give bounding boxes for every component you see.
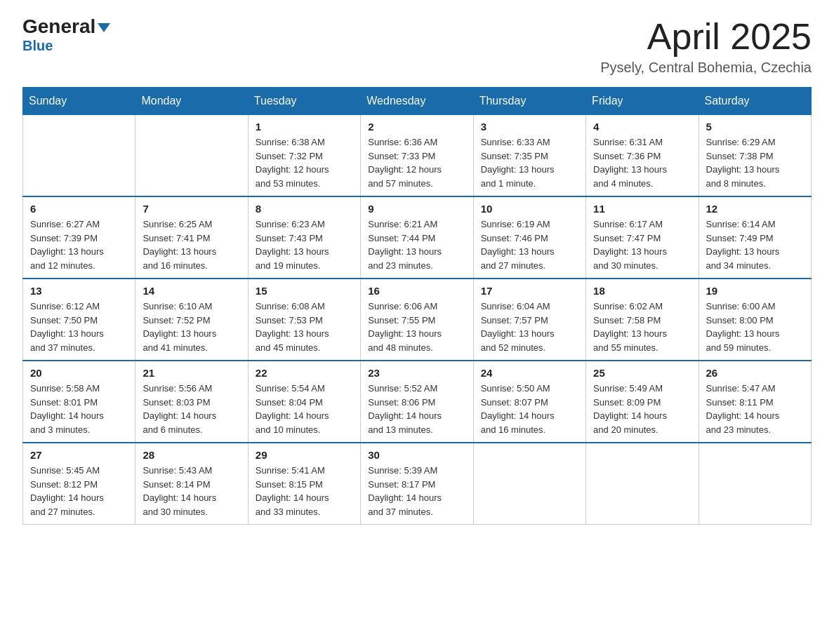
day-info: Sunrise: 5:54 AM Sunset: 8:04 PM Dayligh… <box>256 382 353 436</box>
table-row: 29Sunrise: 5:41 AM Sunset: 8:15 PM Dayli… <box>248 443 360 525</box>
day-number: 24 <box>481 367 578 379</box>
day-info: Sunrise: 6:02 AM Sunset: 7:58 PM Dayligh… <box>593 300 691 354</box>
day-info: Sunrise: 6:14 AM Sunset: 7:49 PM Dayligh… <box>706 217 804 272</box>
table-row <box>586 443 699 525</box>
table-row <box>23 115 135 197</box>
table-row: 23Sunrise: 5:52 AM Sunset: 8:06 PM Dayli… <box>361 361 473 443</box>
col-thursday: Thursday <box>473 88 585 115</box>
day-number: 4 <box>593 121 691 133</box>
table-row: 27Sunrise: 5:45 AM Sunset: 8:12 PM Dayli… <box>23 443 135 525</box>
col-tuesday: Tuesday <box>248 88 360 115</box>
table-row: 14Sunrise: 6:10 AM Sunset: 7:52 PM Dayli… <box>135 279 248 361</box>
col-friday: Friday <box>586 88 699 115</box>
month-year: April 2025 <box>600 17 812 57</box>
table-row: 11Sunrise: 6:17 AM Sunset: 7:47 PM Dayli… <box>586 196 699 279</box>
day-info: Sunrise: 5:58 AM Sunset: 8:01 PM Dayligh… <box>30 382 128 436</box>
table-row: 16Sunrise: 6:06 AM Sunset: 7:55 PM Dayli… <box>361 279 473 361</box>
day-number: 16 <box>368 285 465 297</box>
table-row: 17Sunrise: 6:04 AM Sunset: 7:57 PM Dayli… <box>473 279 585 361</box>
day-number: 5 <box>706 121 804 133</box>
table-row: 5Sunrise: 6:29 AM Sunset: 7:38 PM Daylig… <box>699 115 811 197</box>
day-info: Sunrise: 6:04 AM Sunset: 7:57 PM Dayligh… <box>481 300 578 354</box>
day-info: Sunrise: 6:27 AM Sunset: 7:39 PM Dayligh… <box>30 217 128 272</box>
logo-blue: Blue <box>22 38 53 54</box>
table-row: 7Sunrise: 6:25 AM Sunset: 7:41 PM Daylig… <box>135 196 248 279</box>
col-saturday: Saturday <box>699 88 811 115</box>
table-row: 8Sunrise: 6:23 AM Sunset: 7:43 PM Daylig… <box>248 196 360 279</box>
table-row: 10Sunrise: 6:19 AM Sunset: 7:46 PM Dayli… <box>473 196 585 279</box>
table-row: 1Sunrise: 6:38 AM Sunset: 7:32 PM Daylig… <box>248 115 360 197</box>
day-number: 30 <box>368 449 465 461</box>
day-info: Sunrise: 5:50 AM Sunset: 8:07 PM Dayligh… <box>481 382 578 436</box>
day-info: Sunrise: 5:49 AM Sunset: 8:09 PM Dayligh… <box>593 382 691 436</box>
day-info: Sunrise: 5:47 AM Sunset: 8:11 PM Dayligh… <box>706 382 804 436</box>
day-info: Sunrise: 6:12 AM Sunset: 7:50 PM Dayligh… <box>30 300 128 354</box>
day-info: Sunrise: 6:17 AM Sunset: 7:47 PM Dayligh… <box>593 217 691 272</box>
day-info: Sunrise: 6:33 AM Sunset: 7:35 PM Dayligh… <box>481 135 578 190</box>
table-row: 4Sunrise: 6:31 AM Sunset: 7:36 PM Daylig… <box>586 115 699 197</box>
col-monday: Monday <box>135 88 248 115</box>
day-info: Sunrise: 6:29 AM Sunset: 7:38 PM Dayligh… <box>706 135 804 190</box>
title-block: April 2025 Pysely, Central Bohemia, Czec… <box>600 17 812 76</box>
day-number: 10 <box>481 203 578 215</box>
day-number: 2 <box>368 121 465 133</box>
table-row: 6Sunrise: 6:27 AM Sunset: 7:39 PM Daylig… <box>23 196 135 279</box>
day-number: 13 <box>30 285 128 297</box>
logo: General Blue <box>22 17 110 54</box>
day-number: 14 <box>143 285 240 297</box>
day-number: 11 <box>593 203 691 215</box>
table-row: 30Sunrise: 5:39 AM Sunset: 8:17 PM Dayli… <box>361 443 473 525</box>
table-row: 28Sunrise: 5:43 AM Sunset: 8:14 PM Dayli… <box>135 443 248 525</box>
table-row: 13Sunrise: 6:12 AM Sunset: 7:50 PM Dayli… <box>23 279 135 361</box>
calendar-week-row: 1Sunrise: 6:38 AM Sunset: 7:32 PM Daylig… <box>23 115 812 197</box>
day-number: 20 <box>30 367 128 379</box>
day-number: 7 <box>143 203 240 215</box>
logo-general: General <box>22 17 110 36</box>
table-row: 24Sunrise: 5:50 AM Sunset: 8:07 PM Dayli… <box>473 361 585 443</box>
table-row: 20Sunrise: 5:58 AM Sunset: 8:01 PM Dayli… <box>23 361 135 443</box>
day-info: Sunrise: 5:39 AM Sunset: 8:17 PM Dayligh… <box>368 464 465 518</box>
calendar-table: Sunday Monday Tuesday Wednesday Thursday… <box>22 87 812 525</box>
day-info: Sunrise: 6:10 AM Sunset: 7:52 PM Dayligh… <box>143 300 240 354</box>
table-row <box>699 443 811 525</box>
day-number: 3 <box>481 121 578 133</box>
day-info: Sunrise: 5:45 AM Sunset: 8:12 PM Dayligh… <box>30 464 128 518</box>
day-info: Sunrise: 6:38 AM Sunset: 7:32 PM Dayligh… <box>256 135 353 190</box>
day-info: Sunrise: 6:23 AM Sunset: 7:43 PM Dayligh… <box>256 217 353 272</box>
day-info: Sunrise: 6:31 AM Sunset: 7:36 PM Dayligh… <box>593 135 691 190</box>
table-row: 25Sunrise: 5:49 AM Sunset: 8:09 PM Dayli… <box>586 361 699 443</box>
page-header: General Blue April 2025 Pysely, Central … <box>22 17 812 76</box>
day-number: 6 <box>30 203 128 215</box>
table-row <box>473 443 585 525</box>
calendar-week-row: 6Sunrise: 6:27 AM Sunset: 7:39 PM Daylig… <box>23 196 812 279</box>
day-number: 28 <box>143 449 240 461</box>
day-info: Sunrise: 6:00 AM Sunset: 8:00 PM Dayligh… <box>706 300 804 354</box>
day-number: 23 <box>368 367 465 379</box>
day-number: 19 <box>706 285 804 297</box>
table-row: 15Sunrise: 6:08 AM Sunset: 7:53 PM Dayli… <box>248 279 360 361</box>
day-info: Sunrise: 6:36 AM Sunset: 7:33 PM Dayligh… <box>368 135 465 190</box>
day-number: 21 <box>143 367 240 379</box>
day-number: 18 <box>593 285 691 297</box>
table-row: 21Sunrise: 5:56 AM Sunset: 8:03 PM Dayli… <box>135 361 248 443</box>
day-number: 26 <box>706 367 804 379</box>
table-row: 12Sunrise: 6:14 AM Sunset: 7:49 PM Dayli… <box>699 196 811 279</box>
calendar-week-row: 27Sunrise: 5:45 AM Sunset: 8:12 PM Dayli… <box>23 443 812 525</box>
table-row: 22Sunrise: 5:54 AM Sunset: 8:04 PM Dayli… <box>248 361 360 443</box>
col-wednesday: Wednesday <box>361 88 473 115</box>
calendar-week-row: 20Sunrise: 5:58 AM Sunset: 8:01 PM Dayli… <box>23 361 812 443</box>
day-number: 15 <box>256 285 353 297</box>
day-info: Sunrise: 6:25 AM Sunset: 7:41 PM Dayligh… <box>143 217 240 272</box>
day-number: 27 <box>30 449 128 461</box>
day-number: 12 <box>706 203 804 215</box>
table-row: 9Sunrise: 6:21 AM Sunset: 7:44 PM Daylig… <box>361 196 473 279</box>
calendar-week-row: 13Sunrise: 6:12 AM Sunset: 7:50 PM Dayli… <box>23 279 812 361</box>
day-number: 29 <box>256 449 353 461</box>
col-sunday: Sunday <box>23 88 135 115</box>
table-row: 26Sunrise: 5:47 AM Sunset: 8:11 PM Dayli… <box>699 361 811 443</box>
day-info: Sunrise: 5:43 AM Sunset: 8:14 PM Dayligh… <box>143 464 240 518</box>
day-info: Sunrise: 6:21 AM Sunset: 7:44 PM Dayligh… <box>368 217 465 272</box>
day-info: Sunrise: 5:41 AM Sunset: 8:15 PM Dayligh… <box>256 464 353 518</box>
day-number: 8 <box>256 203 353 215</box>
calendar-header-row: Sunday Monday Tuesday Wednesday Thursday… <box>23 88 812 115</box>
